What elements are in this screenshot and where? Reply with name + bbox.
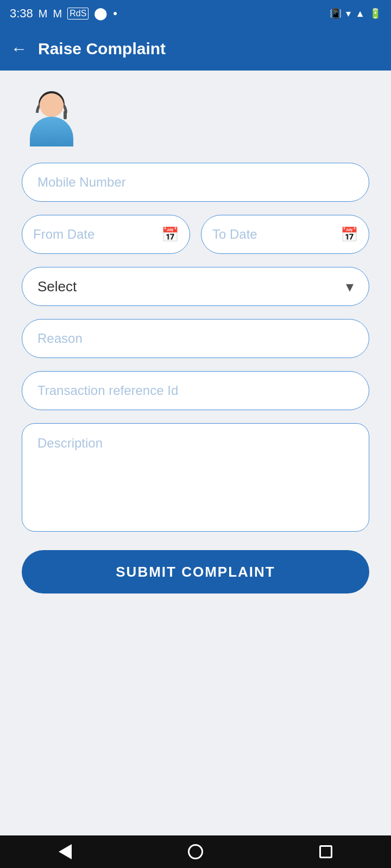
back-triangle-icon [59,844,72,859]
from-date-field[interactable]: From Date 📅 [22,215,190,254]
avatar-head [40,93,64,117]
app-header: ← Raise Complaint [0,27,391,71]
gmail-icon: M [39,8,48,20]
rds-icon: RdS [67,8,89,20]
status-bar-right: 📳 ▾ ▲ 🔋 [330,8,381,20]
battery-icon: 🔋 [369,8,381,20]
chevron-down-icon: ▾ [346,278,354,296]
description-textarea[interactable] [22,423,369,532]
to-date-field[interactable]: To Date 📅 [201,215,369,254]
status-bar: 3:38 M M RdS ⬤ • 📳 ▾ ▲ 🔋 [0,0,391,27]
select-label: Select [37,278,77,295]
time-display: 3:38 [10,7,33,21]
complaint-form: From Date 📅 To Date 📅 Select ▾ SUBMIT CO… [22,163,369,593]
bottom-navigation [0,835,391,868]
mobile-number-input[interactable] [22,163,369,202]
to-date-calendar-icon: 📅 [340,226,358,243]
category-select[interactable]: Select ▾ [22,267,369,306]
signal-icon: ▾ [346,8,351,20]
page-title: Raise Complaint [38,40,166,58]
from-date-label: From Date [33,227,94,242]
avatar-body [30,117,73,146]
date-row: From Date 📅 To Date 📅 [22,215,369,254]
submit-complaint-button[interactable]: SUBMIT COMPLAINT [22,550,369,593]
avatar-mic [64,111,67,119]
avatar-container [22,87,369,146]
main-content: From Date 📅 To Date 📅 Select ▾ SUBMIT CO… [0,71,391,835]
to-date-label: To Date [212,227,257,242]
dot-icon: • [113,7,117,21]
circle-icon: ⬤ [94,7,108,21]
back-button[interactable]: ← [11,40,27,58]
vibrate-icon: 📳 [330,8,342,20]
wifi-icon: ▲ [355,8,365,20]
status-bar-left: 3:38 M M RdS ⬤ • [10,7,117,21]
nav-home-button[interactable] [182,838,209,865]
from-date-calendar-icon: 📅 [161,226,179,243]
nav-back-button[interactable] [52,838,79,865]
reason-input[interactable] [22,319,369,358]
home-circle-icon [188,844,203,859]
avatar [22,87,81,146]
nav-recent-button[interactable] [312,838,339,865]
gmail2-icon: M [53,8,62,20]
transaction-ref-input[interactable] [22,371,369,410]
recent-square-icon [319,845,332,858]
